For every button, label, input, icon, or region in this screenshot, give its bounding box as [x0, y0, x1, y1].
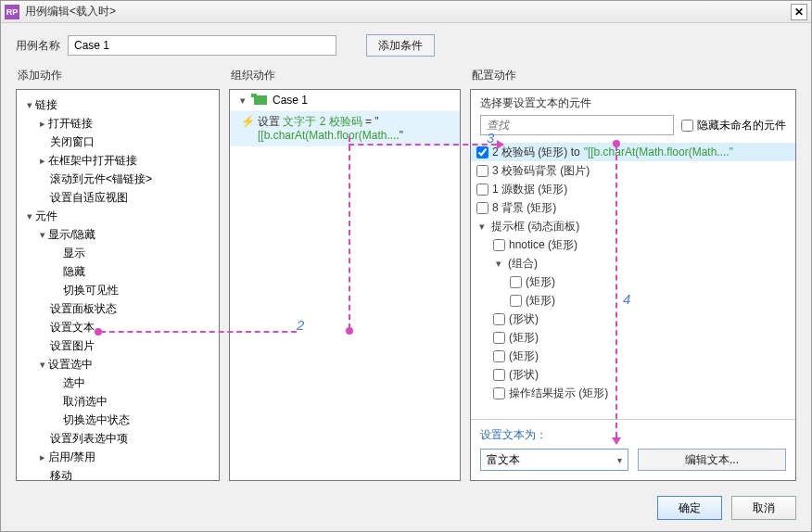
select-widget-title: 选择要设置文本的元件 — [471, 90, 795, 115]
case-twisty-icon[interactable] — [237, 95, 248, 107]
twisty-icon[interactable] — [24, 99, 35, 111]
twisty-icon[interactable] — [37, 118, 48, 130]
tree-subitem[interactable]: 显示 — [20, 244, 215, 262]
hide-unnamed-label: 隐藏未命名的元件 — [697, 118, 786, 133]
ok-button[interactable]: 确定 — [657, 496, 722, 520]
widget-checkbox[interactable] — [510, 276, 522, 288]
tree-subitem[interactable]: 隐藏 — [20, 262, 215, 281]
case-label: Case 1 — [273, 94, 308, 107]
widget-row[interactable]: 操作结果提示 (矩形) — [471, 384, 795, 402]
widget-checkbox[interactable] — [493, 369, 505, 381]
widget-label: (组合) — [508, 256, 538, 272]
tree-item[interactable]: 滚动到元件<锚链接> — [20, 170, 215, 188]
edit-text-button[interactable]: 编辑文本... — [638, 449, 786, 471]
widget-row[interactable]: (形状) — [471, 310, 795, 328]
item-label: 滚动到元件<锚链接> — [50, 171, 152, 187]
tree-item[interactable]: 设置文本 — [20, 318, 215, 336]
hide-unnamed-checkbox[interactable] — [681, 120, 693, 132]
widget-group-row[interactable]: (组合) — [471, 254, 795, 272]
widget-row[interactable]: (矩形) — [471, 291, 795, 310]
widget-checkbox[interactable] — [493, 332, 505, 344]
widget-label: (矩形) — [526, 293, 555, 309]
action-tree: 链接打开链接关闭窗口在框架中打开链接滚动到元件<锚链接>设置自适应视图元件显示/… — [17, 90, 219, 481]
item-label: 移动 — [50, 468, 72, 482]
widget-checkbox[interactable] — [493, 313, 505, 325]
bolt-icon: ⚡ — [241, 115, 255, 129]
tree-item[interactable]: 设置选中 — [20, 355, 215, 374]
widget-checkbox[interactable] — [493, 350, 505, 362]
tree-group[interactable]: 链接 — [20, 95, 215, 114]
tree-item[interactable]: 移动 — [20, 466, 215, 481]
widget-group-row[interactable]: 提示框 (动态面板) — [471, 217, 795, 235]
widget-checkbox[interactable] — [476, 146, 488, 158]
twisty-icon[interactable] — [37, 451, 48, 463]
tree-item[interactable]: 关闭窗口 — [20, 133, 215, 151]
case-node[interactable]: Case 1 — [230, 90, 460, 111]
twisty-icon[interactable] — [37, 155, 48, 167]
tree-item[interactable]: 启用/禁用 — [20, 448, 215, 466]
tree-subitem[interactable]: 选中 — [20, 374, 215, 392]
col-add-head: 添加动作 — [16, 64, 220, 89]
widget-value: "[[b.charAt(Math.floor(Math...." — [584, 146, 733, 158]
twisty-icon[interactable] — [37, 359, 48, 371]
widget-row[interactable]: 1 源数据 (矩形) — [471, 180, 795, 198]
widget-list[interactable]: 2 校验码 (矩形) to "[[b.charAt(Math.floor(Mat… — [471, 141, 795, 419]
tree-subitem[interactable]: 取消选中 — [20, 392, 215, 411]
item-label: 显示 — [63, 246, 85, 261]
widget-row[interactable]: 8 背景 (矩形) — [471, 198, 795, 217]
widget-checkbox[interactable] — [493, 387, 505, 399]
widget-checkbox[interactable] — [493, 239, 505, 251]
tree-item[interactable]: 设置面板状态 — [20, 299, 215, 318]
widget-label: 8 背景 (矩形) — [492, 200, 556, 216]
item-label: 设置文本 — [50, 320, 95, 336]
find-input[interactable] — [480, 115, 674, 135]
add-condition-button[interactable]: 添加条件 — [366, 34, 435, 57]
text-type-select[interactable]: 富文本 ▾ — [480, 449, 628, 471]
widget-row[interactable]: (矩形) — [471, 347, 795, 365]
case-name-input[interactable] — [68, 35, 336, 56]
widget-row[interactable]: (矩形) — [471, 272, 795, 291]
widget-checkbox[interactable] — [476, 184, 488, 196]
twisty-icon[interactable] — [493, 258, 504, 270]
widget-row[interactable]: (矩形) — [471, 328, 795, 347]
widget-row[interactable]: 3 校验码背景 (图片) — [471, 161, 795, 180]
tree-subitem[interactable]: 切换选中状态 — [20, 411, 215, 429]
find-row: 隐藏未命名的元件 — [471, 115, 795, 141]
widget-checkbox[interactable] — [476, 202, 488, 214]
widget-row[interactable]: (形状) — [471, 365, 795, 384]
col-org-head: 组织动作 — [229, 64, 461, 89]
configure-panel: 选择要设置文本的元件 隐藏未命名的元件 2 校验码 (矩形) to "[[b.c… — [470, 89, 796, 481]
widget-checkbox[interactable] — [476, 165, 488, 177]
widget-row[interactable]: 2 校验码 (矩形) to "[[b.charAt(Math.floor(Mat… — [471, 143, 795, 161]
close-button[interactable]: ✕ — [791, 4, 807, 20]
col-cfg-head: 配置动作 — [470, 64, 796, 89]
widget-checkbox[interactable] — [510, 295, 522, 307]
tree-item[interactable]: 设置图片 — [20, 336, 215, 355]
cancel-button[interactable]: 取消 — [731, 496, 796, 520]
tree-subitem[interactable]: 切换可见性 — [20, 281, 215, 299]
widget-label: 1 源数据 (矩形) — [492, 182, 567, 197]
titlebar: RP 用例编辑<载入时> ✕ — [1, 1, 811, 23]
widget-row[interactable]: hnotice (矩形) — [471, 235, 795, 254]
widget-label: (形状) — [509, 311, 539, 327]
twisty-icon[interactable] — [476, 221, 488, 233]
dialog-root: RP 用例编辑<载入时> ✕ 用例名称 添加条件 添加动作 链接打开链接关闭窗口… — [0, 0, 812, 532]
item-label: 设置图片 — [50, 338, 95, 354]
widget-label: (形状) — [509, 367, 539, 383]
twisty-icon[interactable] — [24, 210, 35, 222]
tree-item[interactable]: 在框架中打开链接 — [20, 151, 215, 170]
action-item-set-text[interactable]: ⚡ 设置 文字于 2 校验码 = "[[b.charAt(Math.floor(… — [230, 111, 460, 146]
item-label: 关闭窗口 — [50, 134, 95, 150]
widget-label: (矩形) — [526, 274, 555, 290]
tree-item[interactable]: 显示/隐藏 — [20, 225, 215, 244]
item-label: 启用/禁用 — [48, 450, 95, 465]
dialog-footer: 确定 取消 — [1, 488, 811, 531]
tree-item[interactable]: 设置自适应视图 — [20, 188, 215, 207]
tree-group[interactable]: 元件 — [20, 207, 215, 225]
tree-item[interactable]: 设置列表选中项 — [20, 429, 215, 448]
tree-item[interactable]: 打开链接 — [20, 114, 215, 133]
widget-label: 2 校验码 (矩形) to — [492, 145, 580, 160]
hide-unnamed-check[interactable]: 隐藏未命名的元件 — [681, 118, 786, 133]
chevron-down-icon: ▾ — [617, 455, 622, 465]
twisty-icon[interactable] — [37, 229, 48, 241]
